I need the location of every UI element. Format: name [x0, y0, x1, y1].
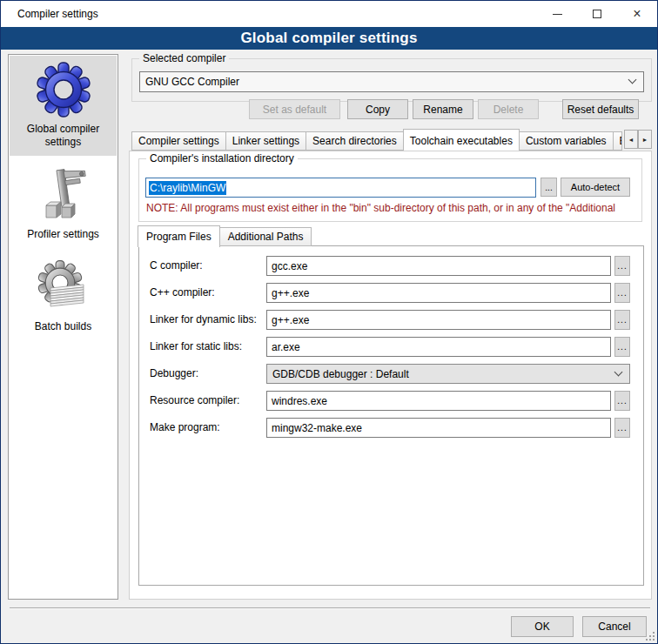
selected-compiler-value: GNU GCC Compiler [145, 76, 239, 88]
caliper-icon [36, 167, 91, 223]
resource-compiler-browse-button[interactable]: ... [614, 391, 630, 411]
sidebar-item-label: Batch builds [16, 320, 111, 340]
static-linker-browse-button[interactable]: ... [614, 337, 630, 357]
field-row-c-compiler: C compiler: gcc.exe ... [139, 256, 643, 277]
c-compiler-input[interactable]: gcc.exe [266, 256, 611, 276]
arrow-left-icon: ◄ [628, 137, 634, 143]
program-files-panel: C compiler: gcc.exe ... C++ compiler: g+… [138, 245, 644, 586]
field-label: Linker for static libs: [150, 340, 242, 352]
cancel-button[interactable]: Cancel [582, 616, 647, 637]
sidebar-item-profiler-settings[interactable]: Profiler settings [10, 161, 117, 248]
field-label: Debugger: [150, 367, 198, 379]
field-row-resource-compiler: Resource compiler: windres.exe ... [139, 391, 643, 412]
debugger-value: GDB/CDB debugger : Default [272, 368, 409, 380]
field-row-debugger: Debugger: GDB/CDB debugger : Default [139, 364, 643, 385]
maximize-button[interactable] [577, 1, 617, 27]
chevron-down-icon [614, 367, 623, 376]
compiler-settings-dialog: Compiler settings × Global compiler sett… [0, 0, 658, 644]
install-dir-browse-button[interactable]: ... [540, 178, 557, 197]
cpp-compiler-input[interactable]: g++.exe [266, 283, 611, 303]
titlebar: Compiler settings × [1, 1, 657, 27]
dynamic-linker-browse-button[interactable]: ... [614, 310, 630, 330]
resize-grip[interactable] [646, 632, 655, 641]
install-dir-selected-text: C:\raylib\MinGW [149, 181, 226, 195]
field-row-static-linker: Linker for static libs: ar.exe ... [139, 337, 643, 358]
tab-custom-variables[interactable]: Custom variables [519, 131, 614, 151]
make-program-input[interactable]: mingw32-make.exe [266, 418, 611, 438]
banner-title: Global compiler settings [240, 30, 417, 47]
tab-linker-settings[interactable]: Linker settings [225, 131, 306, 151]
sidebar-item-label: Profiler settings [16, 228, 111, 248]
debugger-dropdown[interactable]: GDB/CDB debugger : Default [266, 364, 630, 384]
gray-gear-stack-icon [36, 259, 91, 315]
sidebar-item-batch-builds[interactable]: Batch builds [10, 253, 117, 340]
tab-search-directories[interactable]: Search directories [306, 131, 404, 151]
toolchain-executables-page: Compiler's installation directory C:\ray… [129, 151, 652, 600]
field-label: C++ compiler: [150, 286, 215, 299]
tab-scroll-left-button[interactable]: ◄ [624, 130, 638, 149]
ok-button[interactable]: OK [511, 616, 574, 637]
tab-toolchain-executables[interactable]: Toolchain executables [403, 129, 520, 151]
sidebar-item-global-compiler-settings[interactable]: Global compiler settings [10, 56, 117, 156]
installation-directory-group-label: Compiler's installation directory [146, 152, 298, 164]
tab-compiler-settings[interactable]: Compiler settings [131, 131, 226, 151]
field-label: C compiler: [150, 259, 203, 272]
reset-defaults-button[interactable]: Reset defaults [562, 99, 639, 119]
selected-compiler-group: Selected compiler GNU GCC Compiler [131, 58, 652, 102]
window-controls: × [537, 1, 657, 27]
cpp-compiler-browse-button[interactable]: ... [614, 283, 630, 303]
field-row-cpp-compiler: C++ compiler: g++.exe ... [139, 283, 643, 304]
static-linker-input[interactable]: ar.exe [266, 337, 611, 357]
subtab-additional-paths[interactable]: Additional Paths [219, 227, 312, 246]
install-dir-input[interactable]: C:\raylib\MinGW [145, 178, 536, 198]
installation-directory-group: Compiler's installation directory C:\ray… [138, 158, 642, 222]
banner: Global compiler settings [1, 27, 657, 50]
window-title: Compiler settings [17, 8, 98, 20]
install-dir-note: NOTE: All programs must exist either in … [146, 202, 637, 214]
tab-list: Compiler settings Linker settings Search… [131, 128, 622, 151]
subtab-program-files[interactable]: Program Files [138, 225, 220, 247]
tab-scroll-right-button[interactable]: ► [638, 130, 652, 149]
auto-detect-button[interactable]: Auto-detect [561, 178, 630, 197]
field-label: Linker for dynamic libs: [150, 313, 257, 325]
dynamic-linker-input[interactable]: g++.exe [266, 310, 611, 330]
blue-gear-icon [36, 62, 91, 117]
files-subtabstrip: Program Files Additional Paths [138, 225, 312, 246]
settings-tabstrip: Compiler settings Linker settings Search… [131, 128, 652, 151]
field-label: Resource compiler: [150, 394, 239, 406]
sidebar: Global compiler settings [8, 54, 118, 600]
minimize-button[interactable] [537, 1, 577, 27]
tab-build-options[interactable]: Build options [613, 131, 622, 151]
arrow-right-icon: ► [642, 137, 648, 143]
sidebar-item-label: Global compiler settings [16, 123, 111, 156]
field-row-make-program: Make program: mingw32-make.exe ... [139, 418, 643, 439]
selected-compiler-dropdown[interactable]: GNU GCC Compiler [139, 71, 644, 92]
resource-compiler-input[interactable]: windres.exe [266, 391, 611, 411]
maximize-icon [593, 10, 601, 18]
field-row-dynamic-linker: Linker for dynamic libs: g++.exe ... [139, 310, 643, 331]
rename-button[interactable]: Rename [413, 99, 473, 119]
field-label: Make program: [150, 421, 220, 433]
selected-compiler-group-label: Selected compiler [139, 52, 229, 64]
minimize-icon [553, 14, 562, 15]
copy-button[interactable]: Copy [347, 99, 408, 119]
set-as-default-button[interactable]: Set as default [249, 99, 340, 119]
close-icon: × [633, 7, 641, 21]
close-button[interactable]: × [617, 1, 657, 27]
c-compiler-browse-button[interactable]: ... [614, 256, 630, 276]
footer-divider [10, 607, 650, 608]
make-program-browse-button[interactable]: ... [614, 418, 630, 438]
delete-button[interactable]: Delete [478, 99, 539, 119]
chevron-down-icon [628, 76, 637, 84]
